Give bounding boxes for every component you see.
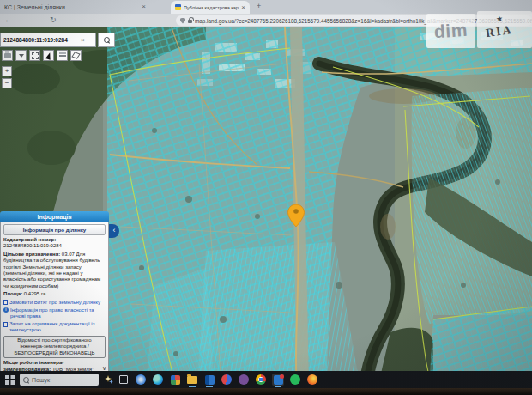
shield-icon[interactable]: [180, 18, 185, 24]
firefox-icon: [307, 374, 317, 385]
zoom-out-button[interactable]: −: [2, 78, 12, 88]
cadastral-map-favicon: [175, 4, 181, 10]
layers-icon: [59, 52, 66, 58]
cadastral-number-value: 2124884800:11:019:0284: [3, 243, 62, 248]
cortana-icon: [136, 374, 146, 385]
layers-button[interactable]: [57, 50, 68, 61]
select-button[interactable]: [43, 50, 54, 61]
link-label: Замовити Витяг про земельну ділянку: [9, 300, 100, 306]
watermark-dim: dim: [426, 14, 475, 48]
purpose-value: 03.07 Для будівництва та обслуговування …: [3, 252, 100, 289]
watermark-ria: ★ RIA: [477, 11, 532, 48]
documentation-request-link[interactable]: Запит на отримання документації із земле…: [3, 321, 106, 333]
tab-title: Публічна кадастрова карта Ук: [184, 5, 239, 10]
zoom-control: + −: [2, 66, 12, 90]
chrome-icon: [256, 374, 266, 385]
cursor-icon: [45, 52, 51, 59]
photos-icon: [171, 375, 180, 385]
engineer-workplace-field: Місце роботи інженера-землевпорядника: Т…: [3, 360, 106, 372]
people-app-button[interactable]: [221, 374, 233, 386]
certified-engineer-button[interactable]: Відомості про сертифікованого інженера-з…: [3, 336, 106, 359]
link-label: Інформація про право власності та речові…: [10, 307, 106, 319]
explorer-button[interactable]: [186, 374, 198, 386]
parcel-info-section-button[interactable]: Інформація про ділянку: [3, 224, 106, 235]
viber-icon: [239, 374, 249, 385]
cadastral-search-input[interactable]: [1, 37, 80, 43]
folder-icon: [187, 376, 197, 384]
panel-body: Інформація про ділянку Кадастровий номер…: [0, 222, 109, 372]
edge-button[interactable]: [152, 374, 164, 386]
chrome-button[interactable]: [255, 374, 267, 386]
windows-taskbar: Пошук: [0, 371, 532, 388]
purpose-label: Цільове призначення:: [3, 252, 60, 257]
document-icon: [3, 300, 8, 305]
edge-icon: [153, 374, 163, 385]
search-icon: [23, 377, 29, 383]
back-icon[interactable]: ←: [4, 15, 12, 24]
link-label: Запит на отримання документації із земле…: [9, 321, 106, 333]
new-tab-button[interactable]: +: [257, 3, 261, 10]
mail-badge-icon: [274, 375, 283, 385]
close-icon[interactable]: ×: [241, 4, 245, 11]
taskbar-search-placeholder: Пошук: [32, 377, 50, 383]
area-field: Площа: 0.4295 га: [3, 291, 106, 297]
measure-button[interactable]: [70, 50, 82, 61]
close-icon[interactable]: ×: [142, 3, 146, 10]
whatsapp-icon: [290, 374, 300, 385]
parcel-info-panel: Інформація Інформація про ділянку Кадаст…: [0, 211, 109, 372]
firefox-button[interactable]: [306, 374, 318, 386]
task-view-icon: [119, 375, 128, 384]
zoom-in-button[interactable]: +: [2, 66, 12, 76]
taskbar-search[interactable]: Пошук: [20, 374, 99, 386]
search-icon: [104, 37, 110, 43]
order-extract-link[interactable]: Замовити Витяг про земельну ділянку: [3, 300, 106, 306]
info-icon: i: [3, 307, 9, 313]
print-button[interactable]: [2, 50, 13, 61]
tab-land-plots[interactable]: КС | Земельні ділянки ×: [0, 0, 150, 14]
purpose-field: Цільове призначення: 03.07 Для будівницт…: [3, 252, 106, 289]
whatsapp-button[interactable]: [289, 374, 301, 386]
map-toolbar: [2, 50, 82, 61]
browser-tab-strip: КС | Земельні ділянки × Публічна кадастр…: [0, 0, 532, 14]
people-app-icon: [221, 374, 232, 385]
watermark-dim-text: dim: [433, 20, 468, 43]
photos-button[interactable]: [169, 374, 181, 386]
outlook-button[interactable]: [203, 374, 215, 386]
tab-cadastral-map[interactable]: Публічна кадастрова карта Ук ×: [171, 1, 250, 14]
export-button[interactable]: [15, 50, 27, 61]
outlook-icon: [205, 375, 215, 385]
lock-icon[interactable]: [188, 20, 192, 23]
viber-button[interactable]: [238, 374, 250, 386]
cortana-button[interactable]: [135, 374, 147, 386]
cadastral-number-field: Кадастровий номер: 2124884800:11:019:028…: [3, 237, 106, 250]
fullscreen-button[interactable]: [29, 50, 40, 61]
panel-header[interactable]: Інформація: [0, 211, 109, 222]
mail-button[interactable]: [272, 374, 284, 386]
fullscreen-icon: [32, 52, 39, 59]
area-value: 0.4295 га: [24, 291, 45, 296]
area-label: Площа:: [3, 291, 22, 296]
document-icon: [3, 322, 8, 327]
watermark-ria-text: RIA: [485, 23, 514, 40]
star-icon: ★: [495, 14, 503, 23]
photographed-laptop-screen: КС | Земельні ділянки × Публічна кадастр…: [0, 0, 532, 395]
glare-sparkle: [103, 374, 113, 385]
download-icon: [19, 54, 24, 60]
taskbar-icons: [118, 374, 318, 386]
reload-icon[interactable]: ↻: [50, 15, 57, 24]
scroll-down-icon[interactable]: ∨: [102, 365, 106, 371]
tab-title: КС | Земельні ділянки: [4, 4, 139, 10]
start-button[interactable]: [5, 375, 15, 385]
cadastral-search-box: ×: [0, 33, 96, 47]
ownership-info-link[interactable]: i Інформація про право власності та речо…: [3, 307, 106, 319]
task-view-button[interactable]: [118, 374, 130, 386]
search-button[interactable]: [98, 33, 115, 47]
clear-search-icon[interactable]: ×: [81, 36, 85, 44]
print-icon: [4, 53, 11, 58]
measure-icon: [71, 52, 80, 58]
cadastral-number-label: Кадастровий номер:: [3, 237, 56, 242]
laptop-bezel: [0, 388, 532, 395]
